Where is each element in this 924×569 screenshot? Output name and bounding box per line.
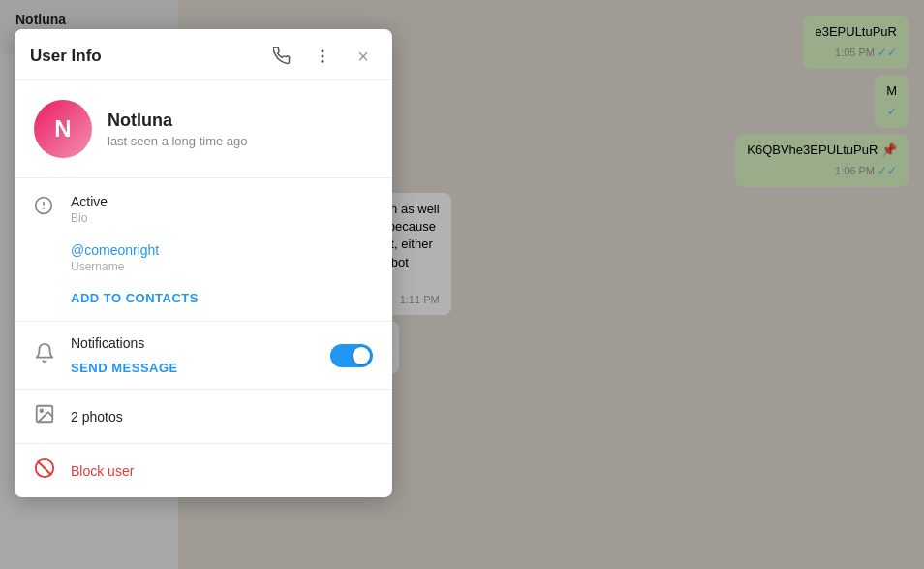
panel-header: User Info ×: [15, 29, 392, 80]
info-icon: [34, 196, 57, 220]
close-icon: ×: [357, 46, 369, 68]
profile-username: Notluna: [108, 111, 248, 131]
username-value: @comeonright: [71, 242, 373, 258]
add-to-contacts-button[interactable]: ADD TO CONTACTS: [71, 291, 199, 305]
svg-point-7: [40, 409, 43, 412]
panel-actions: ×: [268, 43, 377, 70]
phone-icon: [273, 47, 291, 65]
info-content: Active Bio @comeonright Username ADD TO …: [71, 194, 373, 305]
bio-field: Active Bio: [71, 194, 373, 225]
notifications-content: Notifications SEND MESSAGE: [71, 335, 317, 375]
more-button[interactable]: [309, 43, 336, 70]
panel-title: User Info: [30, 47, 102, 66]
avatar: N: [34, 100, 92, 158]
bell-icon: [34, 342, 57, 368]
toggle-slider: [330, 344, 373, 367]
svg-point-0: [322, 49, 324, 52]
profile-info: Notluna last seen a long time ago: [108, 111, 248, 148]
phone-button[interactable]: [268, 43, 295, 70]
notifications-section: Notifications SEND MESSAGE: [15, 322, 392, 390]
more-icon: [314, 47, 331, 65]
send-message-button[interactable]: SEND MESSAGE: [71, 361, 178, 375]
notifications-label: Notifications: [71, 335, 317, 351]
svg-line-9: [39, 462, 51, 475]
block-user-button[interactable]: Block user: [71, 463, 134, 479]
photos-label: 2 photos: [71, 409, 123, 425]
photos-section[interactable]: 2 photos: [15, 390, 392, 444]
block-icon: [34, 458, 57, 484]
info-section: Active Bio @comeonright Username ADD TO …: [15, 178, 392, 322]
photos-icon: [34, 403, 57, 429]
user-info-panel: User Info × N Notluna last seen a long: [15, 29, 392, 497]
profile-section: N Notluna last seen a long time ago: [15, 80, 392, 178]
notifications-toggle[interactable]: [330, 344, 373, 367]
svg-point-2: [322, 60, 324, 63]
block-section: Block user: [15, 444, 392, 497]
bio-label: Bio: [71, 211, 373, 225]
profile-status: last seen a long time ago: [108, 134, 248, 148]
username-field: @comeonright Username: [71, 242, 373, 273]
svg-point-1: [322, 55, 324, 58]
bio-value: Active: [71, 194, 373, 209]
username-label: Username: [71, 260, 373, 273]
close-button[interactable]: ×: [350, 43, 377, 70]
